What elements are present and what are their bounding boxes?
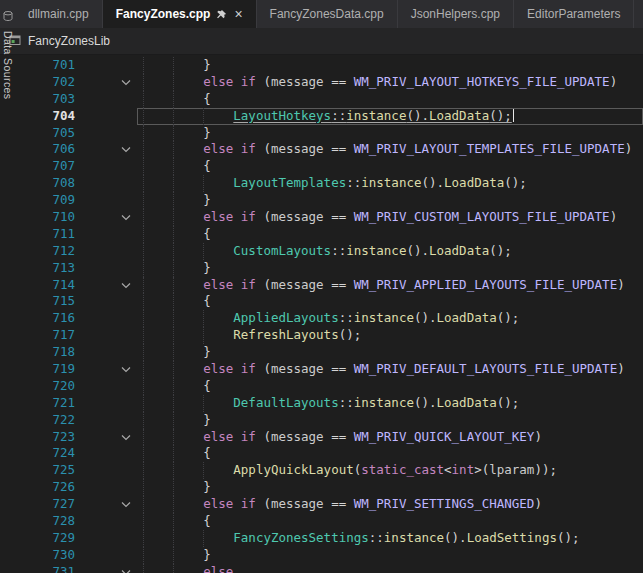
code-text[interactable]: }	[137, 547, 643, 564]
line-number[interactable]: 716	[0, 310, 77, 327]
line-number[interactable]: 725	[0, 462, 77, 479]
line-number[interactable]: 730	[0, 547, 77, 564]
glyph-margin[interactable]	[77, 108, 115, 125]
fold-chevron-icon[interactable]	[115, 74, 137, 91]
line-number[interactable]: 729	[0, 530, 77, 547]
line-number[interactable]: 726	[0, 479, 77, 496]
fold-chevron-icon[interactable]	[115, 277, 137, 294]
tab-dllmain-cpp[interactable]: dllmain.cpp	[15, 0, 103, 28]
line-number[interactable]: 722	[0, 412, 77, 429]
glyph-margin[interactable]	[77, 91, 115, 108]
glyph-margin[interactable]	[77, 361, 115, 378]
glyph-margin[interactable]	[77, 141, 115, 158]
glyph-margin[interactable]	[77, 158, 115, 175]
tab-jsonhelpers-cpp[interactable]: JsonHelpers.cpp	[398, 0, 514, 28]
line-number[interactable]: 724	[0, 445, 77, 462]
code-text[interactable]: AppliedLayouts::instance().LoadData();	[137, 310, 643, 327]
line-number[interactable]: 710	[0, 209, 77, 226]
tab-fancyzonesdata-cpp[interactable]: FancyZonesData.cpp	[257, 0, 398, 28]
code-text[interactable]: }	[137, 260, 643, 277]
glyph-margin[interactable]	[77, 429, 115, 446]
code-text[interactable]: }	[137, 192, 643, 209]
line-number[interactable]: 711	[0, 226, 77, 243]
project-dropdown[interactable]: FancyZonesLib	[28, 34, 110, 48]
code-text[interactable]: }	[137, 479, 643, 496]
code-text[interactable]: RefreshLayouts();	[137, 327, 643, 344]
tool-window-tab-data-sources[interactable]: Data Sources	[2, 31, 14, 99]
close-icon[interactable]: ×	[234, 7, 242, 21]
line-number[interactable]: 708	[0, 175, 77, 192]
glyph-margin[interactable]	[77, 209, 115, 226]
glyph-margin[interactable]	[77, 293, 115, 310]
fold-chevron-icon[interactable]	[115, 209, 137, 226]
code-text[interactable]: CustomLayouts::instance().LoadData();	[137, 243, 643, 260]
code-text[interactable]: else if (message == WM_PRIV_QUICK_LAYOUT…	[137, 429, 643, 446]
glyph-margin[interactable]	[77, 395, 115, 412]
code-text[interactable]: LayoutTemplates::instance().LoadData();	[137, 175, 643, 192]
code-text[interactable]: {	[137, 226, 643, 243]
glyph-margin[interactable]	[77, 277, 115, 294]
glyph-margin[interactable]	[77, 462, 115, 479]
code-text[interactable]: LayoutHotkeys::instance().LoadData();	[137, 108, 643, 125]
code-text[interactable]: }	[137, 125, 643, 142]
line-number[interactable]: 706	[0, 141, 77, 158]
code-text[interactable]: }	[137, 344, 643, 361]
line-number[interactable]: 723	[0, 429, 77, 446]
code-text[interactable]: else if (message == WM_PRIV_APPLIED_LAYO…	[137, 277, 643, 294]
line-number[interactable]: 713	[0, 260, 77, 277]
glyph-margin[interactable]	[77, 243, 115, 260]
glyph-margin[interactable]	[77, 547, 115, 564]
code-text[interactable]: {	[137, 445, 643, 462]
code-text[interactable]: }	[137, 57, 643, 74]
line-number[interactable]: 727	[0, 496, 77, 513]
line-number[interactable]: 731	[0, 564, 77, 573]
glyph-margin[interactable]	[77, 74, 115, 91]
code-text[interactable]: FancyZonesSettings::instance().LoadSetti…	[137, 530, 643, 547]
glyph-margin[interactable]	[77, 378, 115, 395]
glyph-margin[interactable]	[77, 260, 115, 277]
glyph-margin[interactable]	[77, 226, 115, 243]
code-text[interactable]: {	[137, 378, 643, 395]
glyph-margin[interactable]	[77, 564, 115, 573]
line-number[interactable]: 718	[0, 344, 77, 361]
fold-chevron-icon[interactable]	[115, 429, 137, 446]
fold-chevron-icon[interactable]	[115, 141, 137, 158]
code-text[interactable]: }	[137, 412, 643, 429]
tab-fancyzones-cpp[interactable]: FancyZones.cpp×	[103, 0, 257, 28]
glyph-margin[interactable]	[77, 175, 115, 192]
line-number[interactable]: 714	[0, 277, 77, 294]
code-text[interactable]: else	[137, 564, 643, 573]
fold-chevron-icon[interactable]	[115, 496, 137, 513]
pin-icon[interactable]	[216, 9, 227, 20]
glyph-margin[interactable]	[77, 327, 115, 344]
glyph-margin[interactable]	[77, 530, 115, 547]
code-text[interactable]: {	[137, 293, 643, 310]
line-number[interactable]: 728	[0, 513, 77, 530]
line-number[interactable]: 709	[0, 192, 77, 209]
code-text[interactable]: DefaultLayouts::instance().LoadData();	[137, 395, 643, 412]
glyph-margin[interactable]	[77, 125, 115, 142]
glyph-margin[interactable]	[77, 412, 115, 429]
glyph-margin[interactable]	[77, 496, 115, 513]
code-text[interactable]: ApplyQuickLayout(static_cast<int>(lparam…	[137, 462, 643, 479]
line-number[interactable]: 717	[0, 327, 77, 344]
glyph-margin[interactable]	[77, 344, 115, 361]
code-text[interactable]: else if (message == WM_PRIV_DEFAULT_LAYO…	[137, 361, 643, 378]
line-number[interactable]: 721	[0, 395, 77, 412]
code-text[interactable]: {	[137, 158, 643, 175]
code-text[interactable]: else if (message == WM_PRIV_LAYOUT_HOTKE…	[137, 74, 643, 91]
code-text[interactable]: {	[137, 91, 643, 108]
fold-chevron-icon[interactable]	[115, 361, 137, 378]
line-number[interactable]: 719	[0, 361, 77, 378]
line-number[interactable]: 705	[0, 125, 77, 142]
glyph-margin[interactable]	[77, 513, 115, 530]
fold-chevron-icon[interactable]	[115, 564, 137, 573]
glyph-margin[interactable]	[77, 445, 115, 462]
code-text[interactable]: else if (message == WM_PRIV_LAYOUT_TEMPL…	[137, 141, 643, 158]
glyph-margin[interactable]	[77, 310, 115, 327]
glyph-margin[interactable]	[77, 479, 115, 496]
code-text[interactable]: else if (message == WM_PRIV_SETTINGS_CHA…	[137, 496, 643, 513]
tab-editorparameters[interactable]: EditorParameters	[514, 0, 634, 28]
code-text[interactable]: else if (message == WM_PRIV_CUSTOM_LAYOU…	[137, 209, 643, 226]
glyph-margin[interactable]	[77, 192, 115, 209]
